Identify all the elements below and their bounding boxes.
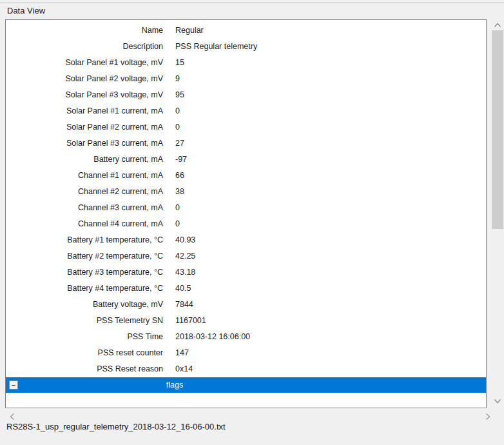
table-row[interactable]: Battery #4 temperature, °C 40.5 [6, 281, 486, 297]
top-divider [0, 3, 504, 3]
row-label: Solar Panel #1 voltage, mV [6, 55, 163, 71]
table-row[interactable]: PSS reset counter 147 [6, 345, 486, 361]
row-value: 0 [175, 216, 180, 232]
telemetry-table: Name Regular Description PSS Regular tel… [6, 20, 486, 377]
table-row[interactable]: Solar Panel #3 current, mA 27 [6, 135, 486, 152]
row-value: 0 [175, 119, 180, 135]
row-label: Channel #3 current, mA [6, 200, 163, 216]
table-row[interactable]: Solar Panel #1 voltage, mV 15 [6, 55, 486, 71]
row-value: 0 [175, 103, 180, 119]
row-value: Regular [175, 23, 204, 39]
row-value: 27 [175, 135, 184, 152]
table-row[interactable]: Solar Panel #2 voltage, mV 9 [6, 71, 486, 87]
table-row[interactable]: PSS Telemetry SN 1167001 [6, 313, 486, 329]
row-label: PSS Reset reason [6, 361, 163, 377]
data-view-panel: Name Regular Description PSS Regular tel… [5, 19, 487, 408]
table-row[interactable]: Battery #2 temperature, °C 42.25 [6, 248, 486, 264]
row-label: PSS reset counter [6, 345, 163, 361]
row-value: PSS Regular telemetry [175, 39, 257, 55]
row-value: 42.25 [175, 248, 195, 264]
table-row[interactable]: PSS Reset reason 0x14 [6, 361, 486, 377]
table-row[interactable]: Solar Panel #2 current, mA 0 [6, 119, 486, 135]
row-label: Battery #4 temperature, °C [6, 281, 163, 297]
scroll-left-icon[interactable] [9, 413, 15, 420]
table-row[interactable]: Battery current, mA -97 [6, 152, 486, 168]
row-label: Battery #1 temperature, °C [6, 232, 163, 248]
row-label: Battery current, mA [6, 152, 163, 168]
table-row[interactable]: Name Regular [6, 23, 486, 39]
row-value: 38 [175, 184, 184, 200]
table-row[interactable]: Channel #2 current, mA 38 [6, 184, 486, 200]
row-label: Solar Panel #3 voltage, mV [6, 87, 163, 103]
table-row[interactable]: Battery voltage, mV 7844 [6, 297, 486, 313]
table-row[interactable]: Solar Panel #1 current, mA 0 [6, 103, 486, 119]
row-value: 15 [175, 55, 184, 71]
row-label: PSS Time [6, 329, 163, 345]
row-value: 1167001 [175, 313, 206, 329]
row-value: 40.5 [175, 281, 191, 297]
row-value: 9 [175, 71, 180, 87]
scroll-right-icon[interactable] [485, 413, 491, 420]
scroll-up-icon[interactable] [494, 22, 501, 28]
row-value: 43.18 [175, 264, 195, 281]
row-label: Battery #3 temperature, °C [6, 264, 163, 281]
table-row[interactable]: Channel #4 current, mA 0 [6, 216, 486, 232]
table-row[interactable]: Channel #3 current, mA 0 [6, 200, 486, 216]
row-label: Battery voltage, mV [6, 297, 163, 313]
vertical-scrollbar-thumb[interactable] [492, 30, 503, 229]
flags-group-row[interactable]: − flags [6, 377, 486, 393]
flags-group-label: flags [6, 377, 344, 393]
scroll-down-icon[interactable] [494, 398, 501, 404]
row-label: Description [6, 39, 163, 55]
row-label: Battery #2 temperature, °C [6, 248, 163, 264]
row-label: Solar Panel #3 current, mA [6, 135, 163, 152]
row-value: 0 [175, 200, 180, 216]
row-value: 7844 [175, 297, 193, 313]
table-row[interactable]: Description PSS Regular telemetry [6, 39, 486, 55]
empty-row [6, 393, 486, 408]
row-value: 66 [175, 168, 184, 184]
row-value: -97 [175, 152, 187, 168]
table-row[interactable]: PSS Time 2018-03-12 16:06:00 [6, 329, 486, 345]
row-label: Solar Panel #2 voltage, mV [6, 71, 163, 87]
table-row[interactable]: Solar Panel #3 voltage, mV 95 [6, 87, 486, 103]
table-row[interactable]: Channel #1 current, mA 66 [6, 168, 486, 184]
horizontal-scrollbar[interactable] [5, 411, 498, 422]
row-label: Channel #1 current, mA [6, 168, 163, 184]
filename-label: RS28S-1_usp_regular_telemetry_2018-03-12… [6, 422, 226, 431]
vertical-scrollbar[interactable] [491, 19, 504, 407]
row-value: 40.93 [175, 232, 195, 248]
row-value: 0x14 [175, 361, 193, 377]
row-value: 147 [175, 345, 189, 361]
row-value: 2018-03-12 16:06:00 [175, 329, 250, 345]
row-label: Name [6, 23, 163, 39]
table-row[interactable]: Battery #1 temperature, °C 40.93 [6, 232, 486, 248]
group-title: Data View [7, 6, 45, 15]
row-label: Solar Panel #1 current, mA [6, 103, 163, 119]
row-label: Channel #4 current, mA [6, 216, 163, 232]
row-label: PSS Telemetry SN [6, 313, 163, 329]
row-label: Channel #2 current, mA [6, 184, 163, 200]
row-label: Solar Panel #2 current, mA [6, 119, 163, 135]
table-row[interactable]: Battery #3 temperature, °C 43.18 [6, 264, 486, 281]
row-value: 95 [175, 87, 184, 103]
